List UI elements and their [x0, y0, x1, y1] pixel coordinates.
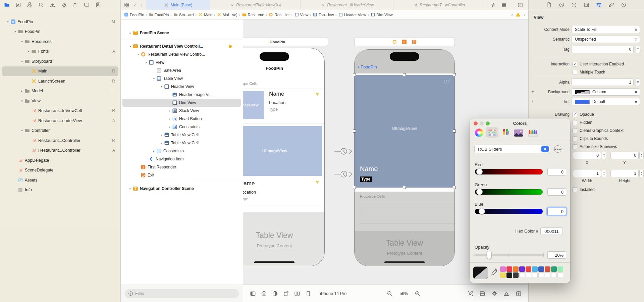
related-items-icon[interactable] — [124, 2, 129, 8]
download-icon[interactable] — [516, 291, 522, 297]
file-tree-item-storyboard[interactable]: ▾Storyboard — [2, 56, 118, 66]
green-value-field[interactable]: 0 — [547, 188, 566, 196]
stepper[interactable] — [602, 152, 606, 159]
file-tree-item-resources[interactable]: ▾Resources — [2, 37, 118, 47]
device-name[interactable]: iPhone 14 Pro — [320, 291, 346, 296]
cell-location-label[interactable]: Location — [243, 190, 256, 195]
selection-handle[interactable] — [403, 186, 406, 189]
red-value-field[interactable]: 0 — [547, 168, 566, 175]
chevron-down-icon[interactable]: ▾ — [19, 129, 24, 132]
color-swatch[interactable] — [538, 266, 544, 272]
outline-item-foodpin-scene[interactable]: ▸FoodPin Scene — [122, 29, 241, 37]
history-inspector-icon[interactable] — [559, 2, 565, 8]
file-tree-item-foodpin[interactable]: ▾FoodPinM — [2, 17, 118, 27]
chevron-right-icon[interactable]: ▸ — [26, 50, 31, 53]
left-phone-scene[interactable]: FoodPin Prototype Cells UIImageView Name… — [243, 48, 325, 266]
image-palettes-tab[interactable] — [513, 129, 524, 137]
split-view-icon[interactable] — [294, 291, 300, 297]
breadcrumb-view[interactable]: View — [294, 12, 309, 17]
color-swatch[interactable] — [506, 272, 512, 278]
heart-icon[interactable]: ♥ — [316, 91, 319, 97]
chevron-down-icon[interactable]: ▾ — [136, 53, 141, 56]
exit-icon[interactable] — [412, 40, 417, 44]
empty-color-swatch[interactable] — [538, 272, 544, 278]
outline-item-table-view[interactable]: ▾Table View — [122, 74, 241, 83]
tag-field[interactable]: 0 — [572, 46, 634, 53]
outline-item-constraints[interactable]: ▸Constraints — [122, 123, 241, 131]
tint-select[interactable]: Default — [572, 98, 640, 105]
color-swatch[interactable] — [513, 266, 519, 272]
next-issue-button[interactable]: › — [523, 12, 525, 17]
alpha-stepper[interactable] — [636, 79, 640, 86]
heart-button[interactable]: ♡ — [443, 79, 450, 87]
chevron-right-icon[interactable]: ▸ — [19, 89, 24, 93]
breadcrumb-res-ene[interactable]: Res...ene — [242, 12, 264, 17]
image-view-label[interactable]: UIImageView — [355, 126, 454, 131]
file-tree-item-restaurant-eaderview[interactable]: Restaurant...eaderViewA — [2, 116, 118, 126]
search-icon[interactable] — [38, 2, 44, 8]
interaction-option-multiple-touch[interactable]: Multiple Touch — [572, 69, 605, 75]
stepper[interactable] — [639, 152, 644, 159]
drawing-option-autoresize-subviews[interactable]: Autoresize Subviews — [572, 144, 617, 150]
selection-handle[interactable] — [453, 186, 456, 189]
tab-restaurantt-wcontroller[interactable]: RestaurantT...wController — [393, 0, 485, 10]
warning-icon[interactable]: ! — [516, 12, 521, 17]
chevron-right-icon[interactable]: ▸ — [152, 149, 156, 153]
outline-item-stack-view[interactable]: ▸Stack View — [122, 107, 241, 115]
drawing-option-hidden[interactable]: Hidden — [572, 119, 592, 125]
outline-item-heart-button[interactable]: ▸BHeart Button — [122, 115, 241, 123]
selection-handle[interactable] — [453, 73, 456, 76]
file-tree-item-restaurant-leviewcell[interactable]: Restaurant...leViewCellR — [2, 106, 118, 116]
adjust-editor-icon[interactable] — [501, 2, 506, 8]
doc-list-icon[interactable] — [95, 2, 101, 8]
accessibility-icon[interactable] — [261, 291, 267, 297]
outline-item-restaurant-detail-view-controll-[interactable]: ▾Restaurant Detail View Controll... — [122, 42, 241, 50]
file-tree-item-view[interactable]: ▾View — [2, 96, 118, 106]
chevron-right-icon[interactable]: ▸ — [167, 125, 172, 129]
color-swatch[interactable] — [500, 266, 506, 272]
blue-slider[interactable] — [475, 209, 543, 214]
file-tree-item-launchscreen[interactable]: LaunchScreenR — [2, 76, 118, 86]
file-tree-item-info[interactable]: Info — [2, 185, 118, 195]
alpha-field[interactable]: 1 — [572, 79, 634, 86]
back-button[interactable]: ‹ — [134, 2, 136, 7]
cell-name-label[interactable]: Name — [243, 180, 255, 187]
file-tree-item-restaurant-controller[interactable]: Restaurant...ControllerR — [2, 136, 118, 146]
checkbox[interactable] — [572, 120, 577, 125]
outline-item-navigation-controller-scene[interactable]: ▸Navigation Controller Scene — [122, 185, 241, 193]
chevron-right-icon[interactable]: ▸ — [167, 109, 172, 112]
breadcrumb-mai-se-[interactable]: Mai...se) — [217, 12, 237, 17]
filter-input[interactable]: Filter — [125, 289, 239, 298]
table-view-cell-2[interactable]: Name Location Type ♥ — [243, 178, 324, 206]
file-tree-item-model[interactable]: ▸Model— — [2, 86, 118, 96]
outline-item-navigation-item[interactable]: Navigation Item — [122, 155, 241, 163]
size-inspector-icon[interactable] — [608, 2, 614, 8]
breadcrumb-tab-iew[interactable]: Tab...iew — [313, 12, 334, 17]
device-icon[interactable] — [305, 291, 311, 297]
background-select[interactable]: Custom — [572, 88, 640, 96]
file-tree-item-assets[interactable]: Assets — [2, 175, 118, 185]
color-options-button[interactable]: ●●● — [554, 145, 561, 153]
outline-item-first-responder[interactable]: 1First Responder — [122, 163, 241, 171]
zoom-level[interactable]: 56% — [399, 291, 408, 296]
cell-image-view[interactable]: UIImageView — [243, 91, 264, 119]
code-review-icon[interactable] — [490, 2, 496, 8]
file-tree-item-restaurant-controller[interactable]: Restaurant...ControllerA — [2, 146, 118, 156]
tab-restauranttableviewcell[interactable]: RestaurantTableViewCell — [210, 0, 301, 10]
right-phone-scene[interactable]: ‹ FoodPin ♡ UIImageView Name Type Protot… — [354, 49, 455, 266]
outline-item-view[interactable]: ▾View — [122, 58, 241, 66]
breadcrumb-foodpin[interactable]: FoodPin — [149, 12, 169, 17]
opacity-field[interactable]: 20% — [547, 251, 566, 259]
drawing-option-clips-to-bounds[interactable]: Clips to Bounds — [572, 136, 608, 142]
selection-handle[interactable] — [403, 73, 406, 76]
file-tree-item-main[interactable]: MainR — [2, 66, 118, 77]
chevron-down-icon[interactable]: ▾ — [152, 77, 156, 80]
connections-inspector-icon[interactable] — [621, 2, 627, 8]
color-mode-select[interactable]: RGB Sliders — [474, 145, 550, 153]
empty-color-swatch[interactable] — [551, 272, 557, 278]
breadcrumb-sto-ard[interactable]: Sto...ard — [173, 12, 194, 17]
color-swatch[interactable] — [500, 272, 506, 278]
y-field[interactable]: 0 — [610, 152, 644, 159]
spray-icon[interactable] — [72, 2, 78, 8]
update-frames-icon[interactable] — [467, 291, 473, 297]
